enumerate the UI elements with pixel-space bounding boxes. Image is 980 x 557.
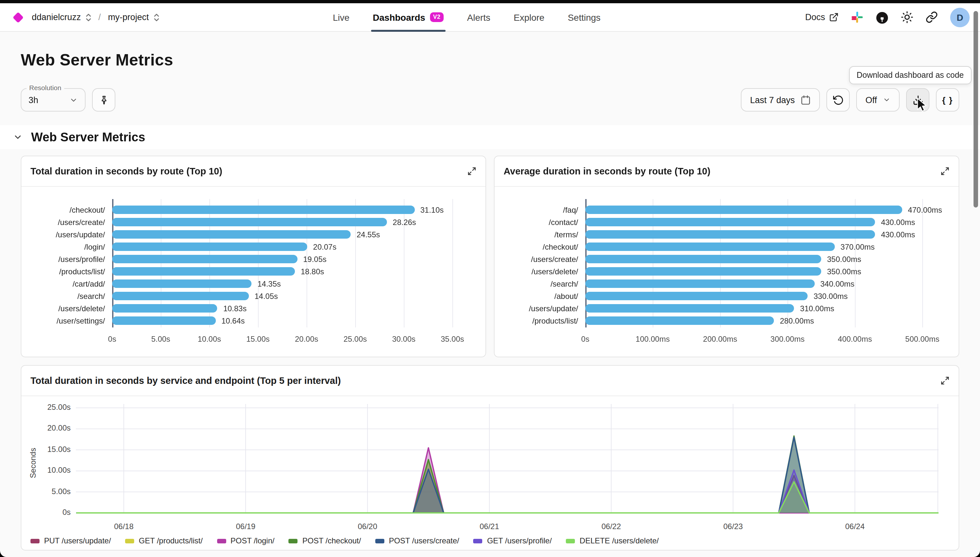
bar[interactable] [112, 292, 249, 300]
refresh-button[interactable] [826, 88, 850, 112]
gridline [922, 199, 923, 327]
bar-category-label: /users/delete/ [502, 265, 585, 277]
area-plot[interactable] [76, 401, 939, 518]
x-axis-tick-label: 06/23 [710, 522, 756, 531]
pin-resolution-button[interactable] [92, 88, 115, 112]
series-area-DELETE /users/delete/ [76, 482, 939, 513]
legend-item[interactable]: PUT /users/update/ [31, 536, 111, 545]
section-collapse-icon[interactable] [13, 132, 23, 142]
tab-dashboards[interactable]: DashboardsV2 [373, 3, 444, 31]
bar-category-label: /users/update/ [29, 228, 112, 241]
tab-settings[interactable]: Settings [568, 3, 601, 31]
project-switcher-icon[interactable] [153, 13, 159, 22]
bar[interactable] [112, 255, 297, 263]
series-area-PUT /users/update/ [76, 476, 939, 513]
x-axis-tick-label: 200.00ms [703, 335, 737, 344]
bar-category-label: /users/create/ [29, 216, 112, 228]
series-area-POST /checkout/ [76, 436, 939, 513]
bar[interactable] [112, 316, 216, 325]
bar[interactable] [585, 218, 875, 226]
bar[interactable] [112, 218, 387, 226]
bar[interactable] [585, 255, 821, 263]
bar[interactable] [585, 230, 875, 239]
bar[interactable] [112, 243, 307, 251]
org-switcher-icon[interactable] [86, 13, 91, 22]
legend-swatch [217, 539, 226, 543]
resolution-select[interactable]: Resolution 3h [21, 88, 86, 112]
legend-item[interactable]: POST /checkout/ [289, 536, 361, 545]
y-axis-tick-label: 5.00s [33, 487, 71, 496]
bar-category-label: /login/ [29, 241, 112, 253]
bar[interactable] [112, 205, 414, 214]
legend-item[interactable]: GET /products/list/ [125, 536, 203, 545]
bar[interactable] [112, 267, 295, 275]
bar[interactable] [585, 243, 835, 251]
bar[interactable] [112, 230, 351, 239]
page-title: Web Server Metrics [21, 32, 959, 69]
bar[interactable] [585, 267, 821, 275]
dashboard-page: Web Server Metrics Resolution 3h Last 7 … [0, 32, 980, 550]
expand-panel-icon[interactable] [941, 376, 949, 385]
legend-label: DELETE /users/delete/ [580, 536, 659, 545]
brand-logo-icon[interactable] [13, 12, 24, 23]
panel-title: Total duration in seconds by route (Top … [31, 166, 222, 176]
legend-item[interactable]: GET /users/profile/ [473, 536, 552, 545]
bar-value-label: 14.35s [258, 279, 281, 288]
y-axis-tick-label: 10.00s [33, 466, 71, 475]
section-header: Web Server Metrics [0, 125, 980, 149]
expand-panel-icon[interactable] [467, 167, 476, 176]
download-dashboard-button[interactable] [906, 88, 930, 112]
pin-icon [98, 94, 109, 105]
bar-value-label: 310.00ms [800, 304, 834, 313]
bar[interactable] [585, 205, 902, 214]
tab-explore[interactable]: Explore [514, 3, 544, 31]
bar[interactable] [585, 292, 808, 300]
bar[interactable] [585, 316, 774, 325]
bar-value-label: 28.26s [393, 218, 416, 226]
bar[interactable] [112, 280, 252, 288]
bar-value-label: 350.00ms [827, 254, 861, 264]
github-icon[interactable] [876, 11, 889, 24]
series-line-POST /checkout/ [76, 436, 939, 513]
legend-label: GET /products/list/ [139, 536, 203, 545]
bar[interactable] [585, 280, 814, 288]
legend-swatch [473, 539, 483, 543]
x-axis-tick-label: 20.00s [295, 335, 318, 344]
scrollbar-thumb[interactable] [973, 11, 978, 207]
legend-item[interactable]: DELETE /users/delete/ [566, 536, 659, 545]
theme-toggle-sun-icon[interactable] [901, 11, 913, 23]
share-link-icon[interactable] [926, 11, 938, 23]
expand-panel-icon[interactable] [941, 167, 949, 176]
legend-item[interactable]: POST /users/create/ [375, 536, 459, 545]
project-name[interactable]: my-project [108, 12, 149, 22]
bar-value-label: 350.00ms [827, 267, 861, 276]
download-button-wrap [906, 88, 930, 112]
bar-category-label: /users/update/ [502, 302, 585, 314]
auto-refresh-select[interactable]: Off [856, 88, 900, 112]
tab-label: Explore [514, 12, 544, 22]
user-avatar[interactable]: D [950, 7, 970, 27]
docs-link[interactable]: Docs [805, 12, 839, 22]
x-axis-tick-label: 0s [581, 335, 589, 344]
json-view-button[interactable]: { } [936, 88, 959, 112]
org-name[interactable]: ddanielcruzz [32, 12, 81, 22]
bar[interactable] [585, 304, 794, 313]
breadcrumb: ddanielcruzz / my-project [14, 12, 159, 22]
legend-item[interactable]: POST /login/ [217, 536, 275, 545]
panel-duration-by-service-endpoint: Total duration in seconds by service and… [21, 365, 959, 550]
bar[interactable] [112, 304, 218, 313]
section-title: Web Server Metrics [31, 130, 145, 144]
panel-title: Total duration in seconds by service and… [31, 375, 341, 386]
bar-value-label: 10.83s [223, 304, 247, 313]
bar-category-label: /checkout/ [502, 241, 585, 253]
bar-value-label: 280.00ms [780, 316, 814, 325]
tab-live[interactable]: Live [333, 3, 349, 31]
x-axis-tick-label: 06/24 [832, 522, 878, 531]
tab-label: Live [333, 12, 349, 22]
bar-value-label: 10.64s [221, 316, 245, 325]
time-range-button[interactable]: Last 7 days [741, 88, 820, 112]
x-axis-tick-label: 30.00s [392, 335, 416, 344]
tab-alerts[interactable]: Alerts [467, 3, 490, 31]
panel-header: Total duration in seconds by route (Top … [21, 156, 486, 187]
slack-icon[interactable] [851, 11, 863, 23]
